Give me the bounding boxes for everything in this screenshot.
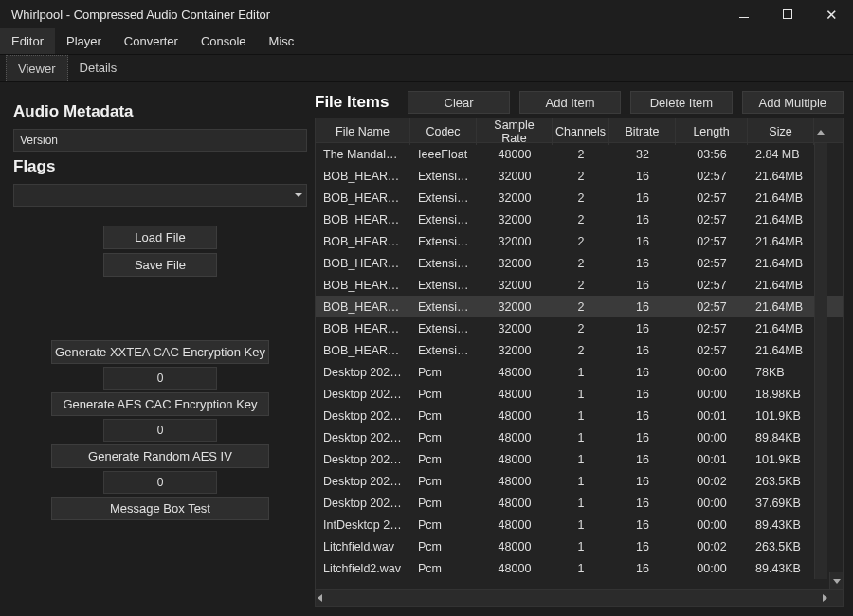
scroll-gutter[interactable]: [814, 208, 827, 230]
cell-sample-rate: 48000: [477, 562, 553, 575]
cell-bitrate: 16: [609, 191, 676, 205]
scroll-gutter[interactable]: [814, 514, 827, 535]
scroll-up-button[interactable]: [814, 118, 827, 145]
scroll-gutter[interactable]: [814, 361, 827, 383]
add-multiple-button[interactable]: Add Multiple: [742, 91, 844, 114]
maximize-icon: [783, 9, 792, 19]
scroll-gutter[interactable]: [814, 339, 827, 361]
cell-bitrate: 16: [609, 366, 676, 379]
cell-channels: 2: [553, 257, 609, 270]
scroll-gutter[interactable]: [814, 426, 827, 448]
scroll-gutter[interactable]: [814, 252, 827, 274]
table-row[interactable]: Desktop 2023....Pcm4800011600:02263.5KB: [316, 470, 843, 492]
table-row[interactable]: IntDesktop 20...Pcm4800011600:0089.43KB: [316, 514, 843, 535]
cell-codec: Extensible: [410, 213, 477, 226]
close-button[interactable]: ✕: [809, 0, 853, 28]
load-file-button[interactable]: Load File: [103, 226, 217, 249]
cell-size: 89.84KB: [748, 431, 814, 444]
table-row[interactable]: BOB_HEARTLA...Extensible3200021602:5721.…: [316, 339, 843, 361]
horizontal-scrollbar[interactable]: [316, 589, 843, 606]
scroll-gutter[interactable]: [814, 535, 827, 557]
generate-aes-key-button[interactable]: Generate AES CAC Encryption Key: [51, 392, 269, 416]
message-box-test-button[interactable]: Message Box Test: [51, 497, 269, 520]
table-row[interactable]: Litchfield.wavPcm4800011600:02263.5KB: [316, 535, 843, 557]
cell-length: 00:00: [676, 388, 748, 401]
aes-key-input[interactable]: [103, 419, 217, 442]
col-codec[interactable]: Codec: [410, 118, 477, 145]
cell-length: 00:00: [676, 562, 748, 575]
flags-dropdown[interactable]: [13, 184, 307, 207]
table-row[interactable]: Desktop 2023....Pcm4800011600:0089.84KB: [316, 426, 843, 448]
generate-aes-iv-button[interactable]: Generate Random AES IV: [51, 444, 269, 468]
scroll-gutter[interactable]: [814, 230, 827, 252]
table-row[interactable]: BOB_HEARTLA...Extensible3200021602:5721.…: [316, 252, 843, 274]
table-body[interactable]: The Mandalori...IeeeFloat4800023203:562.…: [316, 143, 843, 589]
table-row[interactable]: Litchfield2.wavPcm4800011600:0089.43KB: [316, 557, 843, 579]
cell-file-name: BOB_HEARTLA...: [316, 257, 410, 270]
table-row[interactable]: Desktop 2023....Pcm4800011600:0078KB: [316, 361, 843, 383]
maximize-button[interactable]: [766, 0, 809, 28]
col-sample-rate[interactable]: Sample Rate: [477, 118, 553, 145]
cell-bitrate: 16: [609, 300, 676, 314]
scroll-gutter[interactable]: [814, 187, 827, 208]
scroll-gutter[interactable]: [814, 557, 827, 579]
sub-tab-viewer[interactable]: Viewer: [6, 55, 68, 81]
scroll-gutter[interactable]: [814, 317, 827, 339]
col-channels[interactable]: Channels: [553, 118, 609, 145]
cell-channels: 1: [553, 409, 609, 423]
table-row[interactable]: Desktop 2023....Pcm4800011600:0018.98KB: [316, 383, 843, 405]
table-row[interactable]: BOB_HEARTLA...Extensible3200021602:5721.…: [316, 165, 843, 187]
menu-item-misc[interactable]: Misc: [258, 28, 306, 54]
scroll-gutter[interactable]: [814, 296, 827, 317]
menu-item-player[interactable]: Player: [55, 28, 113, 54]
minimize-button[interactable]: [722, 0, 766, 28]
cell-sample-rate: 48000: [477, 518, 553, 532]
table-row[interactable]: BOB_HEARTLA...Extensible3200021602:5721.…: [316, 208, 843, 230]
table-row[interactable]: BOB_HEARTLA...Extensible3200021602:5721.…: [316, 317, 843, 339]
menu-item-converter[interactable]: Converter: [113, 28, 190, 54]
menu-item-console[interactable]: Console: [190, 28, 258, 54]
table-row[interactable]: BOB_HEARTLA...Extensible3200021602:5721.…: [316, 230, 843, 252]
cell-codec: Pcm: [410, 562, 477, 575]
sub-tab-details[interactable]: Details: [68, 55, 129, 81]
clear-button[interactable]: Clear: [408, 91, 509, 114]
table-row[interactable]: Desktop 2023....Pcm4800011600:01101.9KB: [316, 448, 843, 470]
table-row[interactable]: BOB_HEARTLA...Extensible3200021602:5721.…: [316, 296, 843, 317]
scroll-gutter[interactable]: [814, 143, 827, 165]
menu-item-editor[interactable]: Editor: [0, 28, 55, 54]
generate-xxtea-key-button[interactable]: Generate XXTEA CAC Encryption Key: [51, 340, 269, 364]
aes-iv-input[interactable]: [103, 471, 217, 494]
scroll-gutter[interactable]: [814, 274, 827, 296]
table-row[interactable]: BOB_HEARTLA...Extensible3200021602:5721.…: [316, 187, 843, 208]
cell-bitrate: 16: [609, 213, 676, 226]
scroll-gutter[interactable]: [814, 448, 827, 470]
cell-length: 00:00: [676, 518, 748, 532]
save-file-button[interactable]: Save File: [103, 253, 217, 277]
table-row[interactable]: Desktop 2023....Pcm4800011600:0037.69KB: [316, 492, 843, 514]
scroll-gutter[interactable]: [814, 165, 827, 187]
col-size[interactable]: Size: [748, 118, 814, 145]
cell-size: 18.98KB: [748, 388, 814, 401]
cell-sample-rate: 32000: [477, 213, 553, 226]
table-row[interactable]: Desktop 2023....Pcm4800011600:01101.9KB: [316, 405, 843, 426]
cell-size: 89.43KB: [748, 518, 814, 532]
cell-codec: Extensible: [410, 300, 477, 314]
scroll-gutter[interactable]: [814, 492, 827, 514]
scroll-down-button[interactable]: [829, 572, 843, 589]
version-input[interactable]: [13, 129, 307, 152]
cell-codec: Extensible: [410, 170, 477, 183]
cell-sample-rate: 48000: [477, 431, 553, 444]
col-bitrate[interactable]: Bitrate: [609, 118, 676, 145]
cell-channels: 1: [553, 453, 609, 466]
add-item-button[interactable]: Add Item: [519, 91, 621, 114]
cell-bitrate: 32: [609, 148, 676, 161]
scroll-gutter[interactable]: [814, 383, 827, 405]
col-length[interactable]: Length: [676, 118, 748, 145]
col-file-name[interactable]: File Name: [316, 118, 410, 145]
xxtea-key-input[interactable]: [103, 367, 217, 390]
delete-item-button[interactable]: Delete Item: [630, 91, 732, 114]
scroll-gutter[interactable]: [814, 470, 827, 492]
table-row[interactable]: The Mandalori...IeeeFloat4800023203:562.…: [316, 143, 843, 165]
table-row[interactable]: BOB_HEARTLA...Extensible3200021602:5721.…: [316, 274, 843, 296]
scroll-gutter[interactable]: [814, 405, 827, 426]
